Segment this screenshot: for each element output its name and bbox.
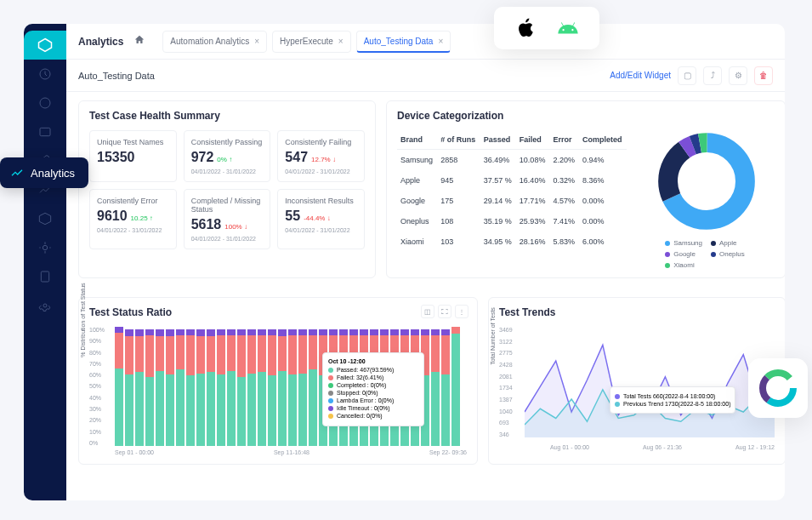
sidebar-item-doc[interactable]: [24, 262, 66, 291]
device-table: Brand# of RunsPassedFailedErrorCompleted…: [397, 130, 627, 269]
legend-item: Oneplus: [711, 250, 748, 258]
bar[interactable]: [217, 327, 225, 446]
layout-icon[interactable]: ▢: [678, 66, 696, 85]
more-icon[interactable]: ⋮: [455, 305, 468, 318]
bar[interactable]: [247, 327, 256, 446]
test-trends-panel: Test Trends 3469312227752428208117341387…: [488, 297, 785, 465]
bar[interactable]: [288, 327, 297, 446]
share-icon[interactable]: ⤴: [703, 66, 722, 85]
tab[interactable]: Automation Analytics×: [162, 31, 267, 53]
bar[interactable]: [268, 327, 276, 446]
bar[interactable]: [237, 327, 246, 446]
legend-item: Xiaomi: [665, 261, 702, 269]
sidebar-item-time[interactable]: [24, 89, 66, 117]
sidebar: [24, 24, 66, 500]
bar[interactable]: [441, 327, 450, 446]
subheader: Auto_Testing Data Add/Edit Widget ▢ ⤴ ⚙ …: [66, 60, 785, 92]
subheader-actions: Add/Edit Widget ▢ ⤴ ⚙ 🗑: [610, 66, 773, 85]
test-status-ratio-panel: Test Status Ratio ◫ ⛶ ⋮ % Distribution o…: [78, 297, 478, 465]
table-row: Apple94537.57 %16.40%0.32%8.36%: [397, 170, 627, 191]
subheader-title: Auto_Testing Data: [78, 71, 155, 81]
analytics-floating-label: Analytics: [0, 157, 88, 188]
bar[interactable]: [431, 327, 440, 446]
bar[interactable]: [207, 327, 215, 446]
health-card: Consistently Error 961010.25 ↑ 04/01/202…: [89, 189, 177, 249]
bar[interactable]: [166, 327, 174, 446]
donut-chart: SamsungAppleGoogleOneplusXiaomi: [639, 130, 775, 269]
device-title: Device Categorization: [397, 110, 775, 122]
tab[interactable]: Auto_Testing Data×: [356, 31, 451, 53]
topbar: Analytics Automation Analytics×HyperExec…: [66, 24, 785, 60]
health-title: Test Case Health Summary: [89, 110, 365, 122]
table-row: Xiaomi10334.95 %28.16%5.83%6.00%: [397, 231, 627, 252]
expand-icon[interactable]: ⛶: [438, 305, 451, 318]
y-axis-label: % Distribution of Test Status: [80, 283, 86, 357]
health-card: Consistently Passing 9720% ↑ 04/01/2022 …: [184, 130, 271, 182]
legend-item: Samsung: [665, 239, 702, 247]
line-tooltip: Total Tests 660(2022-8-4 18:00:00) Previ…: [610, 386, 735, 414]
table-row: Samsung285836.49%10.08%2.20%0.94%: [397, 150, 627, 171]
badge-text: Analytics: [31, 167, 75, 180]
legend-item: Apple: [711, 239, 748, 247]
svg-rect-8: [41, 271, 48, 282]
bar[interactable]: [176, 327, 185, 446]
settings-icon[interactable]: ⚙: [729, 66, 747, 85]
android-icon: [557, 17, 579, 39]
trends-title: Test Trends: [499, 306, 775, 318]
bar[interactable]: [451, 327, 460, 446]
sidebar-item-browser[interactable]: [24, 117, 66, 146]
partner-logo: [748, 358, 808, 418]
close-icon[interactable]: ×: [438, 37, 443, 46]
chart-tooltip: Oct 10 -12:00 Passed: 467(93.59%)Failed:…: [322, 352, 424, 426]
sidebar-item-box[interactable]: [24, 204, 66, 233]
svg-point-5: [40, 98, 50, 108]
apple-icon: [514, 17, 537, 39]
svg-marker-3: [39, 39, 52, 52]
sidebar-item-settings[interactable]: [24, 291, 66, 320]
svg-point-7: [43, 245, 47, 249]
platform-logos: [494, 7, 599, 49]
bar[interactable]: [278, 327, 287, 446]
delete-icon[interactable]: 🗑: [754, 66, 773, 85]
bar[interactable]: [145, 327, 154, 446]
bar[interactable]: [298, 327, 307, 446]
bar[interactable]: [309, 327, 317, 446]
table-row: Google17529.14 %17.71%4.57%0.00%: [397, 191, 627, 211]
tab[interactable]: HyperExecute×: [272, 31, 351, 53]
tabs: Automation Analytics×HyperExecute×Auto_T…: [162, 31, 451, 53]
bar[interactable]: [115, 327, 123, 446]
bar[interactable]: [186, 327, 195, 446]
bar[interactable]: [258, 327, 266, 446]
health-card: Consistently Failing 54712.7% ↓ 04/01/20…: [277, 130, 365, 182]
add-edit-widget-link[interactable]: Add/Edit Widget: [610, 71, 671, 80]
app-logo[interactable]: [24, 31, 66, 60]
home-icon[interactable]: [133, 34, 145, 49]
device-categorization-panel: Device Categorization Brand# of RunsPass…: [386, 100, 785, 278]
health-card: Unique Test Names 15350: [89, 130, 177, 182]
health-card: Inconsistent Results 55-44.4% ↓ 04/01/20…: [277, 189, 365, 249]
status-ratio-title: Test Status Ratio: [89, 306, 467, 318]
legend-item: Google: [665, 250, 702, 258]
bar[interactable]: [227, 327, 236, 446]
page-title: Analytics: [78, 36, 123, 48]
table-row: Oneplus10835.19 %25.93%7.41%0.00%: [397, 211, 627, 231]
bar[interactable]: [125, 327, 133, 446]
close-icon[interactable]: ×: [254, 37, 259, 46]
bar[interactable]: [135, 327, 144, 446]
svg-rect-6: [40, 128, 50, 135]
health-card: Completed / Missing Status 5618100% ↓ 04…: [184, 189, 271, 249]
bar[interactable]: [196, 327, 205, 446]
close-icon[interactable]: ×: [338, 37, 344, 46]
trends-y-label: Total Number of Tests: [490, 307, 496, 365]
svg-point-9: [43, 304, 47, 307]
sidebar-item-dashboard[interactable]: [24, 60, 66, 89]
bar[interactable]: [156, 327, 164, 446]
main-content: Analytics Automation Analytics×HyperExec…: [66, 24, 785, 500]
health-summary-panel: Test Case Health Summary Unique Test Nam…: [78, 100, 376, 278]
sidebar-item-bug[interactable]: [24, 233, 66, 262]
chart-type-icon[interactable]: ◫: [421, 305, 434, 318]
